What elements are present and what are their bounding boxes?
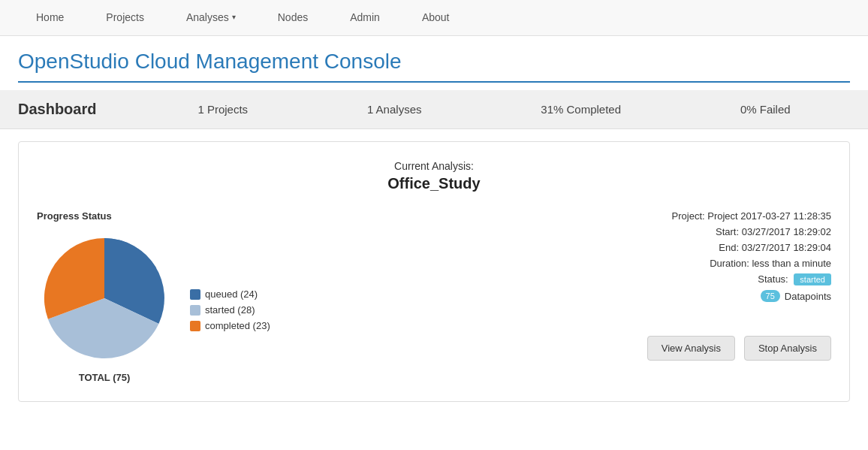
datapoints-label: Datapoints [785, 291, 831, 302]
info-datapoints: 75 Datapoints [761, 290, 831, 302]
pie-chart [37, 231, 172, 366]
nav-nodes[interactable]: Nodes [257, 0, 329, 36]
page-title: OpenStudio Cloud Management Console [18, 50, 850, 74]
legend-color-queued [190, 289, 200, 300]
chart-section: Progress Status [37, 210, 270, 383]
header-divider [18, 81, 850, 83]
analysis-info: Project: Project 2017-03-27 11:28:35 Sta… [591, 210, 831, 302]
info-project: Project: Project 2017-03-27 11:28:35 [672, 210, 831, 222]
view-analysis-button[interactable]: View Analysis [647, 336, 735, 361]
legend-queued: queued (24) [190, 288, 270, 300]
page-header: OpenStudio Cloud Management Console [0, 36, 868, 90]
dropdown-arrow-icon: ▾ [232, 13, 236, 21]
legend-completed: completed (23) [190, 320, 270, 331]
stat-completed: 31% Completed [541, 103, 621, 116]
nav-projects[interactable]: Projects [85, 0, 165, 36]
stat-failed: 0% Failed [740, 103, 791, 116]
legend-label-started: started (28) [205, 304, 255, 316]
legend-started: started (28) [190, 304, 270, 316]
legend-label-completed: completed (23) [205, 320, 270, 331]
analysis-name: Office_Study [37, 175, 831, 192]
analysis-title-section: Current Analysis: Office_Study [37, 160, 831, 192]
status-badge: started [794, 273, 831, 285]
info-start: Start: 03/27/2017 18:29:02 [716, 226, 831, 237]
dashboard-bar: Dashboard 1 Projects 1 Analyses 31% Comp… [0, 90, 868, 129]
button-row: View Analysis Stop Analysis [647, 336, 831, 361]
dashboard-stats: 1 Projects 1 Analyses 31% Completed 0% F… [138, 103, 850, 116]
main-content: Current Analysis: Office_Study Progress … [0, 129, 868, 414]
datapoints-count: 75 [761, 290, 780, 302]
stat-projects: 1 Projects [197, 103, 248, 116]
legend-color-started [190, 305, 200, 316]
info-end: End: 03/27/2017 18:29:04 [719, 242, 831, 253]
info-status: Status: started [758, 273, 831, 285]
dashboard-label: Dashboard [18, 101, 138, 118]
analysis-subtitle: Current Analysis: [37, 160, 831, 172]
main-nav: Home Projects Analyses ▾ Nodes Admin Abo… [0, 0, 868, 36]
info-duration: Duration: less than a minute [710, 258, 831, 269]
nav-about[interactable]: About [401, 0, 471, 36]
legend-color-completed [190, 321, 200, 331]
analysis-card: Current Analysis: Office_Study Progress … [18, 141, 850, 402]
chart-title: Progress Status [37, 210, 112, 222]
card-body: Progress Status [37, 210, 831, 383]
stat-analyses: 1 Analyses [367, 103, 422, 116]
chart-container: TOTAL (75) queued (24) started (28) [37, 231, 270, 383]
legend-label-queued: queued (24) [205, 288, 258, 300]
nav-admin[interactable]: Admin [329, 0, 401, 36]
nav-home[interactable]: Home [15, 0, 85, 36]
chart-total: TOTAL (75) [37, 372, 172, 383]
chart-legend: queued (24) started (28) completed (23) [190, 288, 270, 331]
nav-analyses[interactable]: Analyses ▾ [165, 0, 257, 36]
stop-analysis-button[interactable]: Stop Analysis [744, 336, 831, 361]
